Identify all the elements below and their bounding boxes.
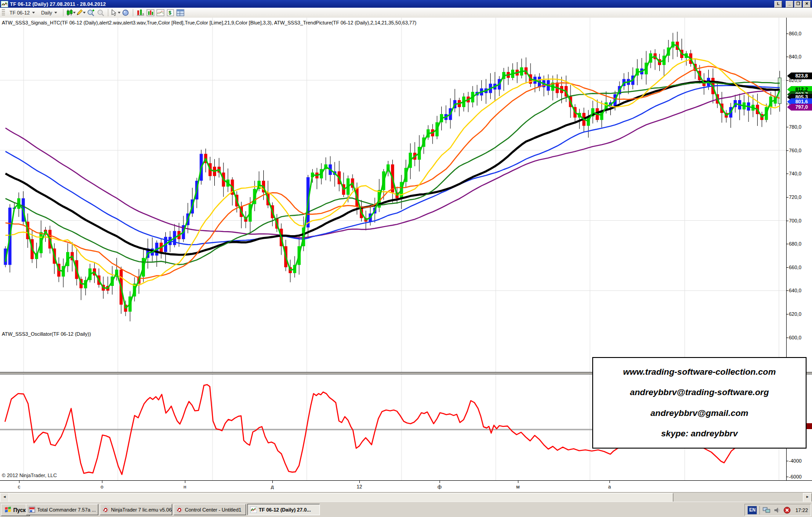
windows-logo-icon [5,507,11,513]
watermark-box: www.trading-software-collection.com andr… [592,357,807,449]
mini-chart-button[interactable] [155,9,165,17]
price-axis-label: 680,0 [789,241,812,246]
copyright-text: © 2012 NinjaTrader, LLC [2,473,57,478]
window-chart-icon [1,1,8,7]
oscillator-axis-tick [786,461,788,461]
price-axis-tick [786,338,788,338]
chart-trader-button[interactable] [135,9,145,17]
price-panel-plot[interactable] [0,18,786,372]
window-title: TF 06-12 (Daily) 27.08.2011 - 28.04.2012 [10,1,106,7]
oscillator-panel-label: ATW_SSS3_Oscillator(TF 06-12 (Daily)) [2,331,91,337]
price-axis-tick [786,221,788,221]
taskbar-task-button[interactable]: Total Commander 7.57a ... [26,504,98,515]
price-axis-tick [786,104,788,104]
oscillator-axis-label: -6000 [789,474,812,479]
oscillator-axis-tick [786,477,788,477]
data-series-button[interactable]: $ [165,9,175,17]
zoom-in-button[interactable] [86,9,96,17]
zoom-in-icon [87,9,95,17]
price-axis-tick [786,314,788,314]
drawing-tools-button[interactable] [76,9,86,17]
price-axis-label: 740,0 [789,171,812,176]
price-panel-label: ATW_SSS3_Signals_HTC(TF 06-12 (Daily),al… [2,20,416,25]
time-axis-tick [19,480,19,483]
watermark-line: andreybbrv@trading-software.org [593,387,806,397]
cursor-mode-button[interactable] [111,9,121,17]
crosshair-icon [122,9,130,17]
cursor-icon [111,9,117,16]
chart-style-button[interactable] [66,9,76,17]
task-button-label: NinjaTrader 7 lic.emu v5.06 [111,507,172,512]
restore-button[interactable]: ❐ [794,1,802,8]
time-axis-tick [440,480,440,483]
language-indicator[interactable]: EN [748,506,757,514]
ninjatrader-chart-window: TF 06-12 (Daily) 27.08.2011 - 28.04.2012… [0,0,812,517]
toolbar-separator [133,9,133,16]
dollar-icon: $ [167,9,174,16]
price-axis-label: 620,0 [789,311,812,317]
instrument-value: TF 06-12 [10,10,30,15]
volume-icon[interactable] [773,507,781,514]
scroll-left-button[interactable]: ◄ [0,493,9,502]
link-button[interactable]: L [774,1,782,8]
minimize-button[interactable]: _ [786,1,793,8]
indicators-button[interactable] [145,9,155,17]
horizontal-scrollbar[interactable]: ◄ ► [0,492,812,502]
chevron-down-icon [54,12,57,14]
oscillator-axis-label: -4000 [789,458,812,464]
time-axis-tick [518,480,518,483]
price-axis-tick [786,150,788,151]
tc-app-icon [29,507,35,513]
task-button-label: TF 06-12 (Daily) 27.0... [259,507,311,512]
time-axis-label: 12 [353,484,366,489]
price-axis-tick [786,80,788,81]
interval-dropdown[interactable]: Daily [39,10,60,16]
title-bar: TF 06-12 (Daily) 27.08.2011 - 28.04.2012… [0,0,812,8]
toolbar-grip[interactable] [2,9,5,16]
chevron-down-icon [32,12,35,14]
taskbar-task-button[interactable]: TF 06-12 (Daily) 27.0... [247,504,320,515]
tray-separator [759,506,760,514]
chart-app-icon [250,507,257,513]
price-tag: 823,8 [787,72,812,79]
scroll-right-button[interactable]: ► [803,493,812,502]
properties-icon [176,9,184,16]
network-icon[interactable] [763,507,771,514]
time-axis-label: м [511,484,525,489]
chart-style-icon [66,9,72,16]
price-axis-label: 700,0 [789,218,812,223]
price-axis-tick [786,127,788,127]
oscillator-value-marker [807,423,812,429]
price-axis-tick [786,244,788,244]
task-button-label: Total Commander 7.57a ... [37,507,96,512]
time-axis-label: ф [433,484,446,489]
price-axis-tick [786,197,788,198]
start-label: Пуск [13,507,26,513]
time-axis-tick [359,480,360,483]
taskbar-task-button[interactable]: NinjaTrader 7 lic.emu v5.06 [100,504,172,515]
zoom-out-button[interactable] [96,9,106,17]
security-alert-icon[interactable] [783,507,791,514]
time-axis-tick [102,480,102,483]
instrument-dropdown[interactable]: TF 06-12 [7,10,38,16]
time-axis-tick [185,480,185,483]
price-axis-tick [786,290,788,291]
properties-button[interactable] [175,9,185,17]
time-axis-label: а [603,484,616,489]
time-axis-label: н [178,484,192,489]
taskbar-task-button[interactable]: Control Center - Untitled1 [174,504,246,515]
watermark-line: www.trading-software-collection.com [593,367,806,377]
price-axis-label: 840,0 [789,54,812,59]
nt-app-icon [176,507,183,513]
watermark-line: andreybbrv@gmail.com [593,408,806,418]
price-axis-label: 860,0 [789,31,812,36]
price-axis-label: 780,0 [789,124,812,130]
price-tag: 797,0 [787,104,812,111]
close-button[interactable]: ✕ [803,1,811,8]
nt-app-icon [102,507,109,513]
scrollbar-thumb[interactable] [9,493,673,502]
price-axis-label: 600,0 [789,335,812,340]
crosshair-button[interactable] [121,9,130,17]
drawing-tools-icon [76,9,82,16]
price-axis-tick [786,174,788,174]
